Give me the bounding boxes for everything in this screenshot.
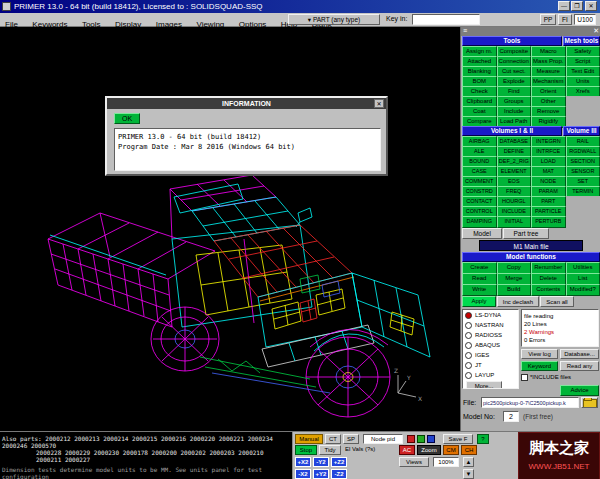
scan-all-button[interactable]: Scan all bbox=[540, 296, 574, 307]
views-button[interactable]: Views bbox=[399, 457, 429, 467]
message-line3: Dimension tests determine model units to… bbox=[2, 466, 290, 479]
minimize-button[interactable]: — bbox=[558, 1, 570, 11]
dialog-message-line2: Program Date : Mar 8 2016 (Windows 64 bi… bbox=[118, 142, 377, 152]
browse-button[interactable] bbox=[581, 397, 598, 408]
dialog-close-icon[interactable]: ✕ bbox=[374, 99, 384, 108]
keyword-button[interactable]: INITIAL bbox=[497, 216, 532, 228]
empty-cell bbox=[566, 206, 600, 216]
mouse-middle-indicator[interactable] bbox=[417, 435, 425, 443]
file-reading-status: file reading 20 Lines 2 Warnings 0 Error… bbox=[521, 309, 599, 347]
modelfunc-button[interactable]: Modified? bbox=[566, 284, 600, 296]
view-minus-y-button[interactable]: -Y2 bbox=[313, 457, 329, 467]
help-button[interactable]: ? bbox=[477, 434, 489, 444]
ac-button[interactable]: AC bbox=[399, 445, 415, 455]
scroll-up-icon[interactable]: ▲ bbox=[463, 457, 474, 467]
view-minus-x-button[interactable]: -X2 bbox=[295, 469, 311, 479]
dialog-message-line1: PRIMER 13.0 - 64 bit (build 18412) bbox=[118, 132, 377, 142]
maximize-button[interactable]: ❐ bbox=[571, 1, 583, 11]
tidy-button[interactable]: Tidy bbox=[319, 445, 341, 455]
volume-3-header[interactable]: Volume III bbox=[563, 126, 600, 136]
mouse-right-indicator[interactable] bbox=[427, 435, 435, 443]
bottom-bar: Also parts: 2000212 2000213 2000214 2000… bbox=[0, 431, 600, 479]
format-option-abaqus[interactable]: ABAQUS bbox=[463, 340, 518, 350]
right-panel: ≡ ✕ Tools Mesh tools Assign m. Composite… bbox=[460, 27, 600, 431]
model-no-label: Model No: bbox=[463, 413, 495, 420]
format-option-iges[interactable]: IGES bbox=[463, 350, 518, 360]
truck-wheels bbox=[151, 307, 390, 417]
mesh-tools-header[interactable]: Mesh tools bbox=[563, 36, 600, 46]
read-any-button[interactable]: Read any bbox=[560, 361, 599, 371]
dialog-ok-button[interactable]: OK bbox=[114, 113, 140, 124]
format-option-nastran[interactable]: NASTRAN bbox=[463, 320, 518, 330]
zoom-button[interactable]: Zoom bbox=[417, 445, 441, 455]
axis-x-label: X bbox=[418, 395, 422, 402]
view-plus-x-button[interactable]: +X2 bbox=[295, 457, 311, 467]
axis-z-label: Z bbox=[394, 367, 398, 374]
manual-button[interactable]: Manual bbox=[295, 434, 323, 444]
key-in-input[interactable] bbox=[412, 14, 480, 25]
window-titlebar: PRIMER 13.0 - 64 bit (build 18412), Lice… bbox=[0, 0, 600, 13]
keyword-button[interactable]: DAMPING bbox=[462, 216, 497, 228]
truck-bed bbox=[48, 213, 215, 327]
view-plus-y-button[interactable]: +Y2 bbox=[313, 469, 329, 479]
view-plus-z-button[interactable]: +Z2 bbox=[331, 457, 347, 467]
file-path-field[interactable]: pic2500pickup-0-7\C2500pickup.k bbox=[481, 397, 579, 408]
more-formats-button[interactable]: More... bbox=[466, 381, 502, 389]
modelfunc-button[interactable]: Build bbox=[497, 284, 532, 296]
apply-button[interactable]: Apply bbox=[462, 296, 496, 307]
scroll-down-icon[interactable]: ▼ bbox=[463, 469, 474, 479]
part-type-dropdown[interactable]: ▾ PART (any type) bbox=[288, 14, 380, 25]
model-viewport[interactable]: X Y Z bbox=[0, 27, 460, 431]
view-control-panel: Manual CT SP Node pid Save F ? Stop Tidy… bbox=[292, 432, 518, 479]
dialog-titlebar[interactable]: INFORMATION bbox=[107, 98, 386, 109]
mouse-left-indicator[interactable] bbox=[407, 435, 415, 443]
include-files-toggle[interactable]: *INCLUDE files bbox=[521, 374, 599, 383]
truck-hood bbox=[214, 225, 354, 301]
dialog-title: INFORMATION bbox=[222, 100, 271, 107]
status-warnings: 2 Warnings bbox=[524, 328, 596, 336]
model-functions-grid: Create Copy Renumber Utilities Read Merg… bbox=[462, 262, 600, 295]
save-f-button[interactable]: Save F bbox=[443, 434, 473, 444]
format-option-jt[interactable]: JT bbox=[463, 360, 518, 370]
node-pid-display[interactable]: Node pid bbox=[363, 434, 403, 444]
empty-cell bbox=[566, 106, 600, 116]
format-option-radioss[interactable]: RADIOSS bbox=[463, 330, 518, 340]
message-panel: Also parts: 2000212 2000213 2000214 2000… bbox=[0, 432, 292, 479]
pp-button[interactable]: PP bbox=[540, 14, 556, 25]
volumes-1-2-header[interactable]: Volumes I & II bbox=[462, 126, 562, 136]
view-log-button[interactable]: View log bbox=[521, 349, 558, 359]
checkbox-icon bbox=[521, 374, 528, 381]
inc-declash-button[interactable]: Inc declash bbox=[497, 296, 539, 307]
window-title: PRIMER 13.0 - 64 bit (build 18412), Lice… bbox=[14, 2, 263, 11]
file-label: File: bbox=[463, 399, 476, 406]
radio-icon bbox=[465, 332, 472, 339]
format-option-layup[interactable]: LAYUP bbox=[463, 370, 518, 380]
keyword-format-button[interactable]: Keyword bbox=[521, 361, 558, 371]
menu-icon[interactable]: ≡ bbox=[461, 27, 467, 34]
model-no-field[interactable]: 2 bbox=[503, 411, 519, 422]
database-button[interactable]: Database... bbox=[560, 349, 599, 359]
cm-button[interactable]: CM bbox=[443, 445, 459, 455]
panel-close-icon[interactable]: ✕ bbox=[593, 27, 599, 35]
format-list: LS-DYNA NASTRAN RADIOSS ABAQUS IGES JT L… bbox=[462, 309, 519, 389]
format-option-lsdyna[interactable]: LS-DYNA bbox=[463, 310, 518, 320]
tools-header[interactable]: Tools bbox=[462, 36, 562, 46]
advice-button[interactable]: Advice bbox=[560, 385, 599, 396]
el-vals-label: El Vals (?s) bbox=[345, 445, 397, 455]
ct-button[interactable]: CT bbox=[325, 434, 341, 444]
tools-grid: Assign m. Composite Macro Safety Attache… bbox=[462, 46, 600, 126]
keyword-button[interactable]: PERTURB bbox=[531, 216, 566, 228]
modelfunc-button[interactable]: Write bbox=[462, 284, 497, 296]
tab-model[interactable]: Model bbox=[462, 228, 502, 239]
modelfunc-button[interactable]: Contents bbox=[531, 284, 566, 296]
fi-button[interactable]: FI bbox=[558, 14, 572, 25]
sp-button[interactable]: SP bbox=[343, 434, 359, 444]
tab-part-tree[interactable]: Part tree bbox=[503, 228, 549, 239]
stop-button[interactable]: Stop bbox=[295, 445, 317, 455]
close-button[interactable]: ✕ bbox=[585, 1, 597, 11]
main-file-button[interactable]: M1 Main file bbox=[479, 240, 583, 251]
status-lines-count: 20 Lines bbox=[524, 320, 596, 328]
ch-button[interactable]: CH bbox=[461, 445, 477, 455]
view-minus-z-button[interactable]: -Z2 bbox=[331, 469, 347, 479]
message-line1: Also parts: 2000212 2000213 2000214 2000… bbox=[2, 435, 290, 449]
